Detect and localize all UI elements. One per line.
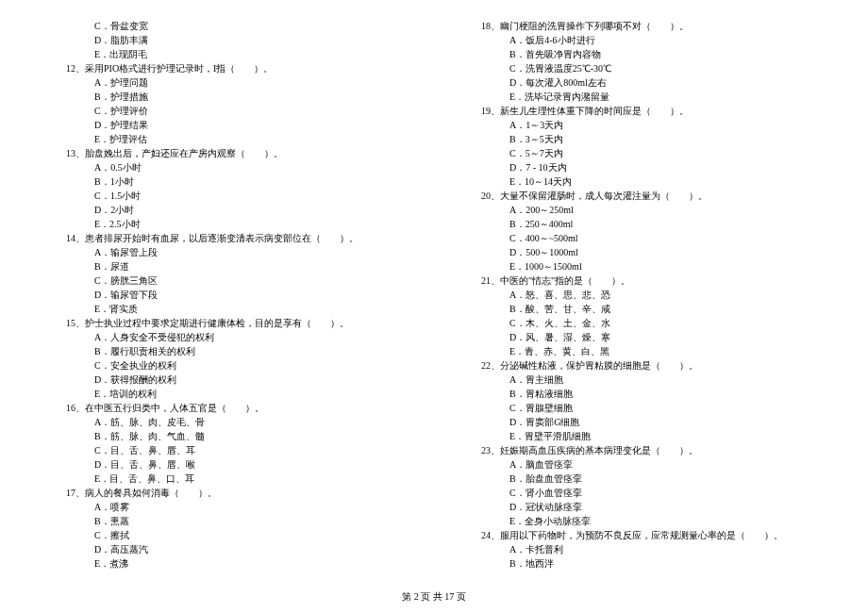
right-column: 18、幽门梗阻的洗胃操作下列哪项不对（ ）。 A．饭后4-6小时进行 B．首先吸… xyxy=(453,19,830,571)
q18-text: 18、幽门梗阻的洗胃操作下列哪项不对（ ）。 xyxy=(453,19,830,33)
q19-option-e: E．10～14天内 xyxy=(453,174,830,189)
q23-option-d: D．冠状动脉痉挛 xyxy=(453,500,830,514)
q23-option-b: B．胎盘血管痉挛 xyxy=(453,472,830,486)
q21-option-e: E．青、赤、黄、白、黑 xyxy=(453,344,830,358)
q17-option-e: E．煮沸 xyxy=(38,556,415,571)
q19-option-b: B．3～5天内 xyxy=(453,132,830,146)
q22-option-b: B．胃粘液细胞 xyxy=(453,387,830,401)
q17-option-a: A．喷雾 xyxy=(38,500,415,514)
q13-option-e: E．2.5小时 xyxy=(38,217,415,231)
q19-option-c: C．5～7天内 xyxy=(453,146,830,160)
q12-option-a: A．护理问题 xyxy=(38,75,415,90)
q22-text: 22、分泌碱性粘液，保护胃粘膜的细胞是（ ）。 xyxy=(453,358,830,373)
q15-text: 15、护士执业过程中要求定期进行健康体检，目的是享有（ ）。 xyxy=(38,316,415,330)
q20-text: 20、大量不保留灌肠时，成人每次灌注量为（ ）。 xyxy=(453,189,830,203)
q20-option-b: B．250～400ml xyxy=(453,217,830,231)
q13-text: 13、胎盘娩出后，产妇还应在产房内观察（ ）。 xyxy=(38,146,415,160)
q16-option-b: B．筋、脉、肉、气血、髓 xyxy=(38,429,415,443)
q24-option-b: B．地西泮 xyxy=(453,556,830,571)
q23-text: 23、妊娠期高血压疾病的基本病理变化是（ ）。 xyxy=(453,443,830,457)
q18-option-e: E．洗毕记录胃内潴留量 xyxy=(453,90,830,104)
q13-option-b: B．1小时 xyxy=(38,174,415,189)
q12-text: 12、采用PIO格式进行护理记录时，I指（ ）。 xyxy=(38,61,415,75)
q18-option-d: D．每次灌入800ml左右 xyxy=(453,75,830,90)
q18-option-b: B．首先吸净胃内容物 xyxy=(453,47,830,61)
q14-option-b: B．尿道 xyxy=(38,259,415,273)
q22-option-e: E．胃壁平滑肌细胞 xyxy=(453,429,830,443)
q22-option-a: A．胃主细胞 xyxy=(453,373,830,387)
q16-text: 16、在中医五行归类中，人体五官是（ ）。 xyxy=(38,401,415,415)
left-column: C．骨盆变宽 D．脂肪丰满 E．出现阴毛 12、采用PIO格式进行护理记录时，I… xyxy=(38,19,415,571)
q23-option-c: C．肾小血管痉挛 xyxy=(453,486,830,500)
q14-text: 14、患者排尿开始时有血尿，以后逐渐变清表示病变部位在（ ）。 xyxy=(38,231,415,245)
q19-option-d: D．7 - 10天内 xyxy=(453,160,830,174)
q19-option-a: A．1～3天内 xyxy=(453,118,830,132)
q21-option-d: D．风、暑、湿、燥、寒 xyxy=(453,330,830,344)
q17-option-c: C．擦拭 xyxy=(38,528,415,542)
q15-option-a: A．人身安全不受侵犯的权利 xyxy=(38,330,415,344)
q18-option-c: C．洗胃液温度25℃-30℃ xyxy=(453,61,830,75)
q11-option-d: D．脂肪丰满 xyxy=(38,33,415,47)
q13-option-a: A．0.5小时 xyxy=(38,160,415,174)
q12-option-e: E．护理评估 xyxy=(38,132,415,146)
q23-option-e: E．全身小动脉痉挛 xyxy=(453,514,830,528)
q11-option-c: C．骨盆变宽 xyxy=(38,19,415,33)
q20-option-e: E．1000～1500ml xyxy=(453,259,830,273)
q14-option-e: E．肾实质 xyxy=(38,302,415,316)
page-footer: 第 2 页 共 17 页 xyxy=(0,589,868,604)
q13-option-d: D．2小时 xyxy=(38,203,415,217)
q17-text: 17、病人的餐具如何消毒（ ）。 xyxy=(38,486,415,500)
q20-option-a: A．200～250ml xyxy=(453,203,830,217)
q16-option-c: C．目、舌、鼻、唇、耳 xyxy=(38,443,415,457)
q21-option-c: C．木、火、土、金、水 xyxy=(453,316,830,330)
q12-option-d: D．护理结果 xyxy=(38,118,415,132)
q15-option-b: B．履行职责相关的权利 xyxy=(38,344,415,358)
q22-option-d: D．胃窦部G细胞 xyxy=(453,415,830,429)
q17-option-d: D．高压蒸汽 xyxy=(38,542,415,556)
document-columns: C．骨盆变宽 D．脂肪丰满 E．出现阴毛 12、采用PIO格式进行护理记录时，I… xyxy=(38,19,830,571)
q18-option-a: A．饭后4-6小时进行 xyxy=(453,33,830,47)
q12-option-b: B．护理措施 xyxy=(38,90,415,104)
q14-option-c: C．膀胱三角区 xyxy=(38,273,415,288)
q15-option-d: D．获得报酬的权利 xyxy=(38,373,415,387)
q17-option-b: B．熏蒸 xyxy=(38,514,415,528)
q11-option-e: E．出现阴毛 xyxy=(38,47,415,61)
q21-text: 21、中医的"情志"指的是（ ）。 xyxy=(453,273,830,288)
q16-option-d: D．目、舌、鼻、唇、喉 xyxy=(38,457,415,472)
q12-option-c: C．护理评价 xyxy=(38,104,415,118)
q15-option-e: E．培训的权利 xyxy=(38,387,415,401)
q19-text: 19、新生儿生理性体重下降的时间应是（ ）。 xyxy=(453,104,830,118)
q24-text: 24、服用以下药物时，为预防不良反应，应常规测量心率的是（ ）。 xyxy=(453,528,830,542)
q22-option-c: C．胃腺壁细胞 xyxy=(453,401,830,415)
q14-option-d: D．输尿管下段 xyxy=(38,288,415,302)
q13-option-c: C．1.5小时 xyxy=(38,189,415,203)
q20-option-d: D．500～1000ml xyxy=(453,245,830,259)
q23-option-a: A．脑血管痉挛 xyxy=(453,457,830,472)
q24-option-a: A．卡托普利 xyxy=(453,542,830,556)
q21-option-a: A．怒、喜、思、悲、恐 xyxy=(453,288,830,302)
q16-option-e: E．目、舌、鼻、口、耳 xyxy=(38,472,415,486)
q15-option-c: C．安全执业的权利 xyxy=(38,358,415,373)
q14-option-a: A．输尿管上段 xyxy=(38,245,415,259)
q16-option-a: A．筋、脉、肉、皮毛、骨 xyxy=(38,415,415,429)
q20-option-c: C．400～~500ml xyxy=(453,231,830,245)
q21-option-b: B．酸、苦、甘、辛、咸 xyxy=(453,302,830,316)
